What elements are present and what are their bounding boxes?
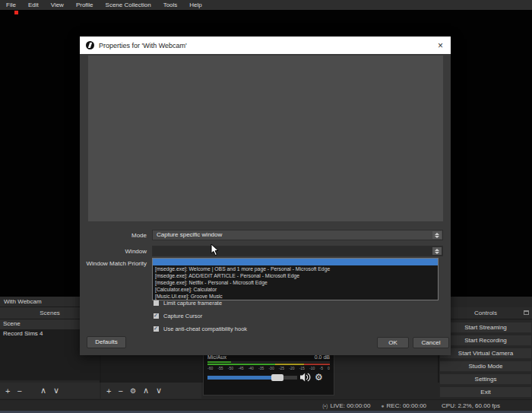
anti-cheat-checkbox[interactable] (154, 326, 159, 332)
defaults-button[interactable]: Defaults (87, 336, 126, 348)
dock-options-icon[interactable] (524, 310, 529, 315)
menu-file[interactable]: File (0, 2, 22, 8)
spinner-arrows-icon[interactable] (432, 231, 442, 239)
sources-toolbar: + − ⚙ ∧ ∨ (101, 383, 201, 399)
mode-value: Capture specific window (157, 231, 222, 238)
mixer-source-name: Mic/Aux (207, 354, 226, 360)
limit-framerate-checkbox[interactable] (154, 300, 159, 306)
sources-list (101, 355, 201, 383)
exit-button[interactable]: Exit (439, 386, 532, 398)
studio-mode-button[interactable]: Studio Mode (439, 361, 532, 372)
capture-cursor-label: Capture Cursor (163, 313, 202, 319)
settings-button[interactable]: Settings (439, 373, 532, 385)
volume-slider-fill (207, 376, 274, 380)
menu-tools[interactable]: Tools (157, 2, 184, 8)
live-timer: LIVE: 00:00:00 (330, 402, 370, 409)
window-dropdown-list: [msedge.exe]: Welcome | OBS and 1 more p… (152, 258, 439, 300)
dialog-title-bar[interactable]: Properties for 'With Webcam' × (80, 37, 451, 54)
mixer-level-db: 0.0 dB (315, 354, 330, 360)
menu-view[interactable]: View (45, 2, 70, 8)
meter-yellow (275, 364, 305, 365)
window-option[interactable]: [msedge.exe]: Netflix - Personal - Micro… (153, 279, 438, 286)
window-select[interactable] (152, 246, 443, 256)
start-virtual-camera-button[interactable]: Start Virtual Camera (439, 348, 532, 359)
move-source-down-icon[interactable]: ∨ (156, 386, 162, 396)
window-label: Window (80, 248, 147, 255)
scenes-toolbar: + − ∧ ∨ (0, 383, 100, 399)
cancel-button[interactable]: Cancel (413, 337, 449, 348)
window-option[interactable]: [Music.UI.exe]: Groove Music (153, 293, 438, 300)
properties-dialog: Properties for 'With Webcam' × Mode Capt… (80, 37, 451, 355)
controls-header-label: Controls (474, 310, 497, 316)
menu-edit[interactable]: Edit (22, 2, 45, 8)
controls-dock-header: Controls (439, 307, 532, 319)
volume-meter-top (207, 361, 330, 363)
add-source-icon[interactable]: + (106, 386, 111, 396)
mixer-header: Mic/Aux 0.0 dB (207, 354, 330, 360)
spinner-arrows-icon[interactable] (432, 247, 442, 255)
controls-dock: Controls Start Streaming Start Recording… (439, 307, 532, 399)
move-source-up-icon[interactable]: ∧ (143, 386, 149, 396)
remove-source-icon[interactable]: − (118, 386, 122, 396)
start-recording-button[interactable]: Start Recording (439, 335, 532, 346)
dialog-title: Properties for 'With Webcam' (99, 42, 436, 49)
rec-dot-icon: ● (381, 403, 384, 408)
window-option[interactable]: [msedge.exe]: Welcome | OBS and 1 more p… (153, 265, 438, 272)
mode-select[interactable]: Capture specific window (152, 230, 443, 240)
volume-meter-scale (207, 364, 330, 365)
obs-main-window: File Edit View Profile Scene Collection … (0, 0, 532, 413)
add-scene-icon[interactable]: + (5, 386, 10, 396)
mouse-cursor (211, 243, 220, 256)
meter-red (304, 364, 330, 365)
volume-slider-handle[interactable] (271, 374, 283, 381)
move-scene-up-icon[interactable]: ∧ (40, 386, 46, 396)
ok-button[interactable]: OK (377, 337, 409, 348)
meter-fill (207, 361, 231, 363)
menu-help[interactable]: Help (183, 2, 207, 8)
capture-preview-area (88, 56, 443, 221)
window-match-priority-label: Window Match Priority (80, 260, 147, 267)
speaker-icon[interactable] (300, 373, 311, 382)
volume-slider[interactable] (207, 376, 297, 380)
mode-label: Mode (80, 232, 147, 239)
menu-profile[interactable]: Profile (70, 2, 100, 8)
move-scene-down-icon[interactable]: ∨ (53, 386, 59, 396)
volume-slider-row: ⚙ (207, 373, 330, 382)
source-properties-gear-icon[interactable]: ⚙ (130, 387, 136, 395)
cpu-fps-stats: CPU: 2.2%, 60.00 fps (442, 402, 500, 409)
capture-cursor-checkbox-row: Capture Cursor (154, 312, 202, 319)
obs-logo-icon (86, 41, 94, 49)
meter-green (207, 364, 275, 365)
window-option[interactable] (153, 259, 438, 265)
mixer-settings-gear-icon[interactable]: ⚙ (315, 373, 323, 381)
status-bar: (•) LIVE: 00:00:00 ● REC: 00:00:00 CPU: … (0, 399, 532, 411)
capture-cursor-checkbox[interactable] (154, 313, 159, 319)
start-streaming-button[interactable]: Start Streaming (439, 322, 532, 333)
menu-bar: File Edit View Profile Scene Collection … (0, 0, 532, 10)
anti-cheat-checkbox-row: Use anti-cheat compatibility hook (154, 325, 247, 332)
window-option[interactable]: [Calculator.exe]: Calculator (153, 286, 438, 293)
rec-timer: REC: 00:00:00 (387, 402, 426, 409)
recording-indicator-dot (14, 11, 18, 14)
anti-cheat-label: Use anti-cheat compatibility hook (163, 326, 247, 332)
close-icon[interactable]: × (436, 40, 445, 51)
menu-scene-collection[interactable]: Scene Collection (100, 2, 157, 8)
live-broadcast-icon: (•) (322, 403, 328, 408)
window-option[interactable]: [msedge.exe]: ADD/EDIT ARTICLE - Persona… (153, 272, 438, 279)
meter-tick-labels: -60-55 -50-45 -40-35 -30-25 -20-15 -10-5… (207, 366, 330, 370)
remove-scene-icon[interactable]: − (17, 386, 21, 396)
audio-mixer-mic-aux: Mic/Aux 0.0 dB -60-55 -50-45 -40-35 -30-… (203, 351, 334, 396)
